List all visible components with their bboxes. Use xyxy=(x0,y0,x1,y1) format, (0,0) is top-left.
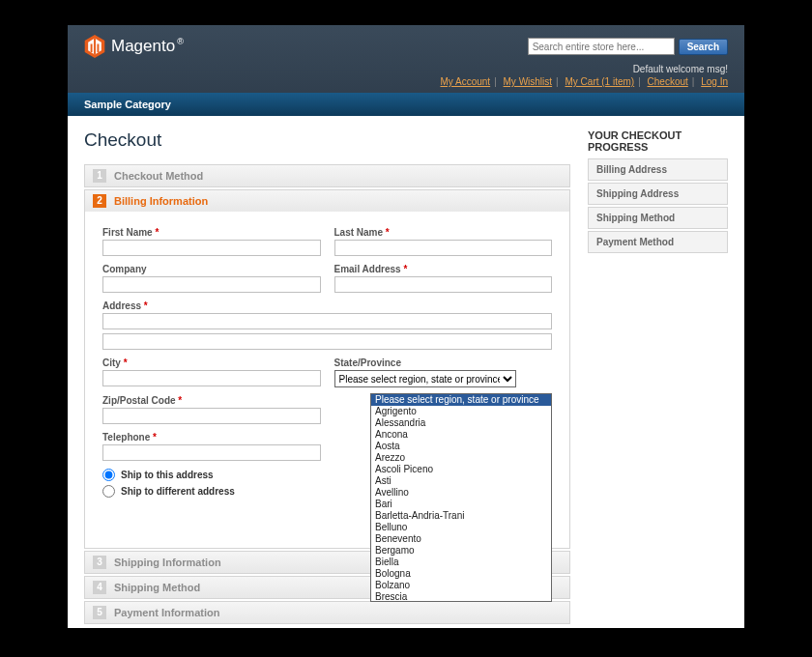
progress-title: YOUR CHECKOUT PROGRESS xyxy=(588,129,728,153)
ship-diff-radio[interactable] xyxy=(102,485,115,498)
city-field[interactable] xyxy=(102,370,321,386)
viewport: Magento® Search Default welcome msg! My … xyxy=(0,0,812,657)
page-title: Checkout xyxy=(84,129,570,151)
ship-diff-label: Ship to different address xyxy=(121,486,235,497)
state-option[interactable]: Agrigento xyxy=(371,406,551,417)
step-num: 5 xyxy=(93,606,106,619)
top-links: My Account| My Wishlist| My Cart (1 item… xyxy=(68,76,728,87)
my-account-link[interactable]: My Account xyxy=(440,76,490,87)
checkout-link[interactable]: Checkout xyxy=(648,76,688,87)
last-name-label: Last Name * xyxy=(334,227,553,238)
first-name-field[interactable] xyxy=(102,240,321,256)
progress-payment-method[interactable]: Payment Method xyxy=(588,231,728,253)
state-option[interactable]: Arezzo xyxy=(371,452,551,464)
state-option[interactable]: Bologna xyxy=(371,568,551,580)
progress-shipping-method[interactable]: Shipping Method xyxy=(588,207,728,229)
nav-bar: Sample Category xyxy=(68,93,744,116)
step-label: Shipping Information xyxy=(114,557,221,568)
step-payment-information[interactable]: 5Payment Information xyxy=(84,601,570,624)
address-label: Address * xyxy=(102,300,552,311)
state-option[interactable]: Ascoli Piceno xyxy=(371,464,551,475)
company-label: Company xyxy=(102,264,321,274)
state-option[interactable]: Benevento xyxy=(371,533,551,545)
step-num: 3 xyxy=(93,556,106,569)
header-top: Magento® Search xyxy=(68,25,744,64)
step-num: 2 xyxy=(93,194,106,208)
email-field[interactable] xyxy=(334,276,553,293)
state-option[interactable]: Asti xyxy=(371,475,551,487)
step-checkout-method[interactable]: 1Checkout Method xyxy=(84,164,570,187)
progress-billing-address[interactable]: Billing Address xyxy=(588,158,728,181)
ship-here-radio[interactable] xyxy=(102,469,115,481)
state-option[interactable]: Bolzano xyxy=(371,580,551,591)
ship-here-label: Ship to this address xyxy=(121,470,214,480)
search-input[interactable] xyxy=(528,38,675,55)
page-shell: Magento® Search Default welcome msg! My … xyxy=(68,25,744,628)
search-area: Search xyxy=(528,38,728,55)
company-field[interactable] xyxy=(102,276,321,293)
progress-shipping-address[interactable]: Shipping Address xyxy=(588,183,728,205)
state-option[interactable]: Barletta-Andria-Trani xyxy=(371,510,551,522)
first-name-label: First Name * xyxy=(102,227,321,238)
address-line2-field[interactable] xyxy=(102,333,552,350)
address-line1-field[interactable] xyxy=(102,313,552,329)
welcome-message: Default welcome msg! xyxy=(68,64,728,74)
step-label: Checkout Method xyxy=(114,170,203,182)
email-label: Email Address * xyxy=(334,264,553,274)
step-num: 1 xyxy=(93,169,106,183)
state-option[interactable]: Alessandria xyxy=(371,417,551,429)
zip-label: Zip/Postal Code * xyxy=(102,395,321,406)
nav-category[interactable]: Sample Category xyxy=(84,99,171,110)
state-option[interactable]: Ancona xyxy=(371,429,551,441)
state-option[interactable]: Belluno xyxy=(371,522,551,533)
checkout-progress-sidebar: YOUR CHECKOUT PROGRESS Billing Address S… xyxy=(588,129,728,626)
state-option[interactable]: Please select region, state or province xyxy=(371,394,551,406)
my-cart-link[interactable]: My Cart (1 item) xyxy=(565,76,634,87)
header: Magento® Search Default welcome msg! My … xyxy=(68,25,744,116)
utility-bar: Default welcome msg! My Account| My Wish… xyxy=(68,64,744,93)
search-button[interactable]: Search xyxy=(679,39,728,55)
state-dropdown-list[interactable]: Please select region, state or provinceA… xyxy=(370,393,552,602)
step-label: Shipping Method xyxy=(114,582,200,593)
last-name-field[interactable] xyxy=(334,240,553,256)
telephone-label: Telephone * xyxy=(102,432,321,443)
state-select[interactable]: Please select region, state or province xyxy=(334,370,516,387)
state-option[interactable]: Biella xyxy=(371,557,551,568)
brand-name: Magento® xyxy=(111,37,184,56)
step-head-active[interactable]: 2Billing Information xyxy=(85,190,569,212)
magento-logo-icon xyxy=(84,35,105,58)
step-num: 4 xyxy=(93,581,106,594)
city-label: City * xyxy=(102,357,321,368)
state-option[interactable]: Bergamo xyxy=(371,545,551,557)
logo-area[interactable]: Magento® xyxy=(84,35,184,58)
login-link[interactable]: Log In xyxy=(701,76,728,87)
state-option[interactable]: Bari xyxy=(371,499,551,510)
registered-mark: ® xyxy=(177,37,184,46)
step-label: Billing Information xyxy=(114,195,208,207)
state-option[interactable]: Avellino xyxy=(371,487,551,499)
my-wishlist-link[interactable]: My Wishlist xyxy=(504,76,553,87)
telephone-field[interactable] xyxy=(102,444,321,461)
zip-field[interactable] xyxy=(102,408,321,424)
step-label: Payment Information xyxy=(114,607,219,618)
state-option[interactable]: Brescia xyxy=(371,591,551,602)
state-label: State/Province xyxy=(334,357,553,368)
state-option[interactable]: Aosta xyxy=(371,441,551,452)
